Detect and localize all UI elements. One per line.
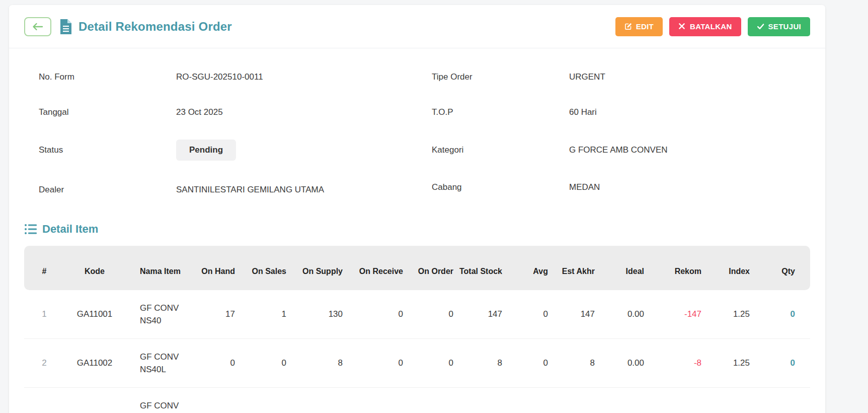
cell-index xyxy=(703,388,752,413)
page-title: Detail Rekomendasi Order xyxy=(78,20,232,34)
cell-index: 1.25 xyxy=(703,290,752,339)
field-kategori: Kategori G FORCE AMB CONVEN xyxy=(417,130,810,170)
field-value: URGENT xyxy=(569,72,605,82)
cell-qty: 0 xyxy=(752,339,810,388)
table-header-row: # Kode Nama Item On Hand On Sales On Sup… xyxy=(24,246,810,290)
column-header-on-hand: On Hand xyxy=(198,246,237,290)
cell-avg: 0 xyxy=(504,290,550,339)
column-header-nama-item: Nama Item xyxy=(125,246,198,290)
field-label: Cabang xyxy=(432,182,569,192)
list-icon xyxy=(24,223,37,235)
fields-left-column: No. Form RO-SGU-202510-0011 Tanggal 23 O… xyxy=(24,59,417,210)
field-top: T.O.P 60 Hari xyxy=(417,95,810,130)
field-cabang: Cabang MEDAN xyxy=(417,170,810,205)
field-label: No. Form xyxy=(39,72,176,82)
field-dealer: Dealer SANTINILESTARI GEMILANG UTAMA xyxy=(24,170,417,210)
back-button[interactable] xyxy=(24,17,51,36)
cell-est-akhr: 8 xyxy=(550,339,597,388)
cell-on-hand: 17 xyxy=(198,290,237,339)
pencil-square-icon xyxy=(624,23,632,30)
table-row: 2 GA11002 GF CONV NS40L 0 0 8 0 0 8 0 8 … xyxy=(24,339,810,388)
cell-on-supply: 130 xyxy=(288,290,345,339)
detail-item-table-wrap: # Kode Nama Item On Hand On Sales On Sup… xyxy=(9,246,825,413)
cell-on-sales: 1 xyxy=(237,290,288,339)
field-tanggal: Tanggal 23 Oct 2025 xyxy=(24,95,417,130)
x-icon xyxy=(678,23,686,30)
cancel-button-label: BATALKAN xyxy=(690,22,732,31)
field-value: 60 Hari xyxy=(569,107,597,117)
field-value: G FORCE AMB CONVEN xyxy=(569,145,668,155)
cell-avg xyxy=(504,388,550,413)
column-header-on-receive: On Receive xyxy=(345,246,405,290)
arrow-left-icon xyxy=(32,23,43,31)
cell-est-akhr xyxy=(550,388,597,413)
order-detail-fields: No. Form RO-SGU-202510-0011 Tanggal 23 O… xyxy=(9,48,825,213)
cell-ideal xyxy=(597,388,646,413)
cell-nama-item: GF CONV xyxy=(125,388,198,413)
cell-ideal: 0.00 xyxy=(597,290,646,339)
cell-qty: 0 xyxy=(752,290,810,339)
field-value: 23 Oct 2025 xyxy=(176,107,223,117)
field-label: Tanggal xyxy=(39,107,176,117)
fields-right-column: Tipe Order URGENT T.O.P 60 Hari Kategori… xyxy=(417,59,810,210)
field-value: RO-SGU-202510-0011 xyxy=(176,72,263,82)
cell-total-stock: 8 xyxy=(455,339,504,388)
column-header-rekom: Rekom xyxy=(646,246,703,290)
cell-on-receive: 0 xyxy=(345,290,405,339)
table-row-partial: GF CONV xyxy=(24,388,810,413)
cell-on-hand: 0 xyxy=(198,339,237,388)
field-value: SANTINILESTARI GEMILANG UTAMA xyxy=(176,185,324,195)
edit-button-label: EDIT xyxy=(636,22,654,31)
cell-on-sales xyxy=(237,388,288,413)
cell-rekom: -8 xyxy=(646,339,703,388)
detail-order-card: Detail Rekomendasi Order EDIT BATALKAN xyxy=(9,5,825,413)
field-tipe-order: Tipe Order URGENT xyxy=(417,59,810,95)
column-header-index: Index xyxy=(703,246,752,290)
cell-total-stock xyxy=(455,388,504,413)
column-header-qty: Qty xyxy=(752,246,810,290)
column-header-on-order: On Order xyxy=(405,246,455,290)
cell-qty xyxy=(752,388,810,413)
status-badge: Pending xyxy=(176,140,236,161)
field-status: Status Pending xyxy=(24,130,417,170)
column-header-kode: Kode xyxy=(64,246,125,290)
cell-nama-item: GF CONV NS40 xyxy=(125,290,198,339)
cell-index: 1.25 xyxy=(703,339,752,388)
cell-on-supply: 8 xyxy=(288,339,345,388)
field-label: Kategori xyxy=(432,145,569,155)
field-value: MEDAN xyxy=(569,182,600,192)
cell-on-receive: 0 xyxy=(345,339,405,388)
approve-button-label: SETUJUI xyxy=(768,22,801,31)
cell-no: 2 xyxy=(24,339,64,388)
field-label: Dealer xyxy=(39,185,176,195)
field-label: T.O.P xyxy=(432,107,569,117)
cell-ideal: 0.00 xyxy=(597,339,646,388)
document-icon xyxy=(59,19,72,34)
column-header-ideal: Ideal xyxy=(597,246,646,290)
edit-button[interactable]: EDIT xyxy=(615,17,663,36)
check-icon xyxy=(757,23,764,30)
cell-no: 1 xyxy=(24,290,64,339)
cancel-button[interactable]: BATALKAN xyxy=(669,17,741,36)
cell-rekom xyxy=(646,388,703,413)
cell-no xyxy=(24,388,64,413)
cell-on-order: 0 xyxy=(405,339,455,388)
cell-est-akhr: 147 xyxy=(550,290,597,339)
cell-rekom: -147 xyxy=(646,290,703,339)
cell-on-receive xyxy=(345,388,405,413)
detail-item-section-header: Detail Item xyxy=(9,213,825,246)
cell-total-stock: 147 xyxy=(455,290,504,339)
column-header-est-akhr: Est Akhr xyxy=(550,246,597,290)
cell-avg: 0 xyxy=(504,339,550,388)
column-header-on-supply: On Supply xyxy=(288,246,345,290)
column-header-on-sales: On Sales xyxy=(237,246,288,290)
cell-on-supply xyxy=(288,388,345,413)
approve-button[interactable]: SETUJUI xyxy=(748,17,810,36)
cell-kode: GA11002 xyxy=(64,339,125,388)
cell-on-order: 0 xyxy=(405,290,455,339)
card-header: Detail Rekomendasi Order EDIT BATALKAN xyxy=(9,5,825,48)
cell-nama-item: GF CONV NS40L xyxy=(125,339,198,388)
detail-item-table: # Kode Nama Item On Hand On Sales On Sup… xyxy=(24,246,810,413)
column-header-total-stock: Total Stock xyxy=(455,246,504,290)
table-row: 1 GA11001 GF CONV NS40 17 1 130 0 0 147 … xyxy=(24,290,810,339)
